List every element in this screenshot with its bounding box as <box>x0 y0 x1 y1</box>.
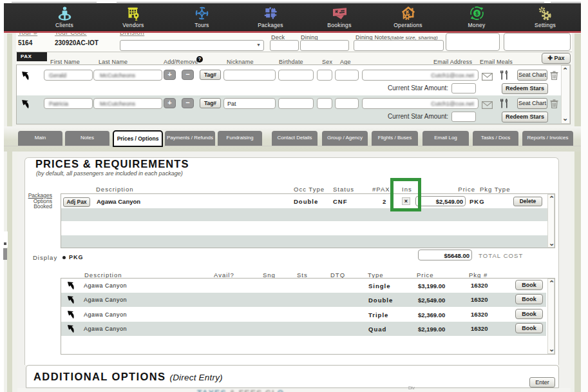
svg-text:$: $ <box>475 10 479 17</box>
